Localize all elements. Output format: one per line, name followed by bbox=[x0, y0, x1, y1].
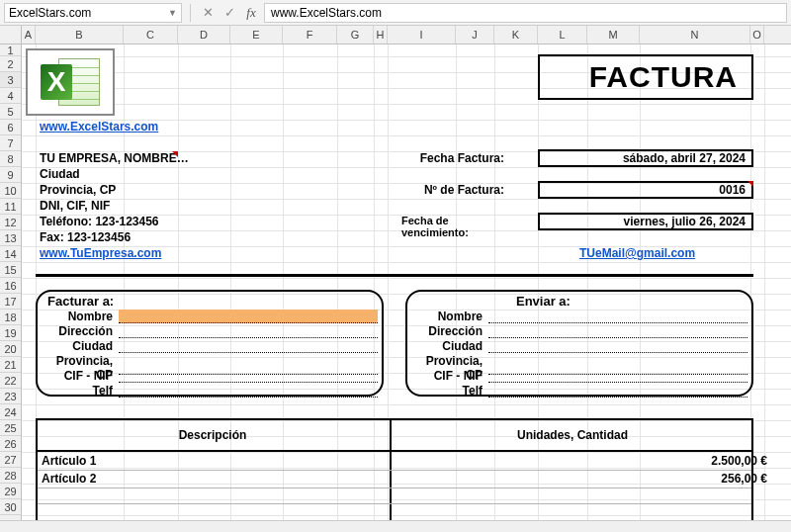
field-value[interactable] bbox=[488, 384, 747, 398]
row-header[interactable]: 1 bbox=[0, 44, 21, 56]
company-website[interactable]: www.TuEmpresa.com bbox=[36, 246, 165, 260]
divider bbox=[190, 4, 191, 22]
table-row-amount[interactable]: 2.500,00 € bbox=[392, 454, 767, 468]
company-province[interactable]: Provincia, CP bbox=[36, 183, 120, 197]
field-value[interactable] bbox=[119, 324, 378, 338]
column-header[interactable]: E bbox=[230, 26, 283, 44]
field-label: CIF - NIF bbox=[409, 369, 488, 383]
company-taxid[interactable]: DNI, CIF, NIF bbox=[36, 199, 114, 213]
row-header[interactable]: 15 bbox=[0, 262, 21, 278]
row-header[interactable]: 20 bbox=[0, 341, 21, 357]
row-header[interactable]: 9 bbox=[0, 167, 21, 183]
company-name[interactable]: TU EMPRESA, NOMBRE… bbox=[36, 151, 193, 165]
row-header[interactable]: 28 bbox=[0, 468, 21, 484]
cancel-icon[interactable]: ✕ bbox=[199, 4, 217, 22]
row-header[interactable]: 11 bbox=[0, 199, 21, 215]
column-header[interactable]: C bbox=[124, 26, 178, 44]
select-all-corner[interactable] bbox=[0, 26, 22, 44]
name-box[interactable]: ExcelStars.com ▼ bbox=[4, 3, 182, 23]
row-header[interactable]: 4 bbox=[0, 88, 21, 104]
row-header[interactable]: 2 bbox=[0, 56, 21, 72]
row-header[interactable]: 7 bbox=[0, 135, 21, 151]
column-header[interactable]: I bbox=[388, 26, 456, 44]
table-row-divider bbox=[38, 503, 751, 504]
ship-to-row[interactable]: CIF - NIF bbox=[409, 369, 747, 383]
row-header[interactable]: 14 bbox=[0, 246, 21, 262]
field-value[interactable] bbox=[119, 384, 378, 398]
column-header[interactable]: K bbox=[494, 26, 538, 44]
row-header[interactable]: 30 bbox=[0, 499, 21, 515]
company-city[interactable]: Ciudad bbox=[36, 167, 84, 181]
divider-line bbox=[36, 274, 753, 277]
logo-link[interactable]: www.ExcelStars.com bbox=[36, 120, 162, 133]
comment-indicator-icon[interactable] bbox=[172, 151, 178, 157]
row-header[interactable]: 24 bbox=[0, 404, 21, 420]
row-header[interactable]: 18 bbox=[0, 310, 21, 325]
bill-to-row[interactable]: CIF - NIF bbox=[40, 369, 378, 383]
ship-to-row[interactable]: Dirección bbox=[409, 324, 747, 338]
worksheet[interactable]: X FACTURA www.ExcelStars.com TU EMPRESA,… bbox=[22, 44, 791, 520]
ship-to-row[interactable]: Telf bbox=[409, 384, 747, 398]
field-value[interactable] bbox=[119, 339, 378, 353]
company-fax[interactable]: Fax: 123-123456 bbox=[36, 230, 134, 244]
field-value[interactable] bbox=[488, 310, 747, 323]
ship-to-row[interactable]: Nombre bbox=[409, 310, 747, 323]
row-header[interactable]: 23 bbox=[0, 389, 21, 404]
column-header[interactable]: L bbox=[538, 26, 587, 44]
bill-to-row[interactable]: Dirección bbox=[40, 324, 378, 338]
table-row-amount[interactable]: 256,00 € bbox=[392, 472, 767, 486]
qty-header: Unidades, Cantidad bbox=[392, 418, 753, 452]
row-header[interactable]: 19 bbox=[0, 325, 21, 341]
chevron-down-icon[interactable]: ▼ bbox=[168, 8, 177, 18]
horizontal-scrollbar[interactable] bbox=[0, 520, 791, 532]
column-header[interactable]: A bbox=[22, 26, 36, 44]
ship-to-title: Enviar a: bbox=[516, 294, 571, 309]
row-header[interactable]: 27 bbox=[0, 452, 21, 468]
confirm-icon[interactable]: ✓ bbox=[220, 4, 238, 22]
column-header[interactable]: J bbox=[456, 26, 494, 44]
email-link[interactable]: TUeMail@gmail.com bbox=[575, 246, 699, 260]
row-header[interactable]: 13 bbox=[0, 230, 21, 246]
column-header[interactable]: O bbox=[750, 26, 764, 44]
formula-input[interactable]: www.ExcelStars.com bbox=[264, 3, 787, 23]
date-value[interactable]: sábado, abril 27, 2024 bbox=[538, 149, 753, 167]
comment-indicator-icon[interactable] bbox=[747, 181, 753, 187]
table-row-desc[interactable]: Artículo 2 bbox=[42, 472, 96, 486]
field-label: CIF - NIF bbox=[40, 369, 119, 383]
field-value[interactable] bbox=[488, 369, 747, 383]
row-header[interactable]: 12 bbox=[0, 215, 21, 230]
table-row-desc[interactable]: Artículo 1 bbox=[42, 454, 96, 468]
row-header[interactable]: 21 bbox=[0, 357, 21, 373]
bill-to-row[interactable]: Telf bbox=[40, 384, 378, 398]
column-header[interactable]: N bbox=[640, 26, 750, 44]
formula-text: www.ExcelStars.com bbox=[271, 6, 382, 20]
bill-to-row[interactable]: Ciudad bbox=[40, 339, 378, 353]
company-phone[interactable]: Teléfono: 123-123456 bbox=[36, 215, 163, 228]
ship-to-row[interactable]: Ciudad bbox=[409, 339, 747, 353]
column-header[interactable]: H bbox=[374, 26, 388, 44]
field-value[interactable] bbox=[119, 369, 378, 383]
row-header[interactable]: 5 bbox=[0, 104, 21, 120]
column-header[interactable]: F bbox=[283, 26, 337, 44]
row-header[interactable]: 6 bbox=[0, 120, 21, 135]
row-header[interactable]: 10 bbox=[0, 183, 21, 199]
due-value[interactable]: viernes, julio 26, 2024 bbox=[538, 213, 753, 230]
row-header[interactable]: 22 bbox=[0, 373, 21, 389]
column-header[interactable]: D bbox=[178, 26, 230, 44]
fx-icon[interactable]: fx bbox=[242, 4, 260, 22]
row-header[interactable]: 17 bbox=[0, 294, 21, 310]
column-header[interactable]: M bbox=[587, 26, 640, 44]
row-header[interactable]: 3 bbox=[0, 72, 21, 88]
row-header[interactable]: 8 bbox=[0, 151, 21, 167]
row-header[interactable]: 25 bbox=[0, 420, 21, 436]
row-header[interactable]: 26 bbox=[0, 436, 21, 452]
row-header[interactable]: 29 bbox=[0, 484, 21, 499]
row-header[interactable]: 16 bbox=[0, 278, 21, 294]
column-header[interactable]: G bbox=[337, 26, 374, 44]
bill-to-row[interactable]: Nombre bbox=[40, 310, 378, 323]
field-value[interactable] bbox=[488, 339, 747, 353]
column-header[interactable]: B bbox=[36, 26, 124, 44]
field-value[interactable] bbox=[119, 310, 378, 323]
field-value[interactable] bbox=[488, 324, 747, 338]
number-value[interactable]: 0016 bbox=[538, 181, 753, 199]
